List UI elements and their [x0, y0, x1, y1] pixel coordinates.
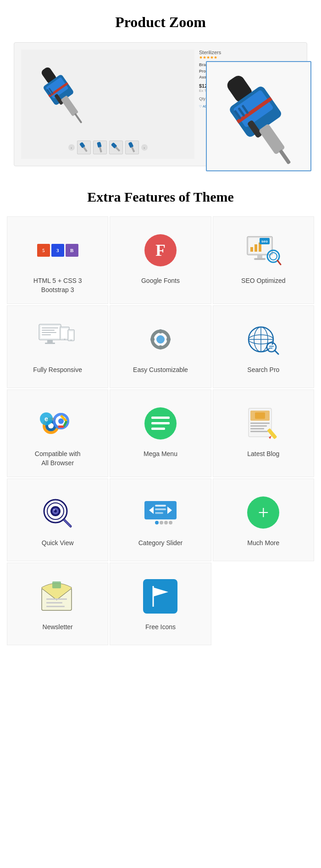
svg-line-72 — [275, 350, 278, 354]
svg-rect-4 — [61, 96, 78, 117]
svg-line-38 — [277, 260, 281, 265]
svg-rect-14 — [115, 147, 120, 152]
feature-category-slider: Category Slider — [110, 479, 211, 561]
mega-menu-icon — [141, 404, 180, 443]
feature-seo-label: SEO Optimized — [241, 276, 285, 286]
svg-rect-89 — [250, 428, 264, 429]
svg-rect-45 — [42, 332, 56, 333]
svg-rect-22 — [279, 149, 291, 164]
free-icons-icon — [141, 577, 180, 616]
svg-rect-55 — [159, 329, 162, 333]
feature-category-slider-label: Category Slider — [138, 539, 183, 548]
product-zoom-section: Product Zoom — [0, 0, 321, 175]
svg-rect-43 — [42, 327, 58, 328]
feature-responsive: Fully Responsive — [7, 305, 108, 388]
feature-search-pro-label: Search Pro — [247, 366, 279, 375]
thumbnail-2[interactable] — [93, 141, 107, 154]
google-fonts-icon: F — [141, 231, 180, 270]
svg-rect-10 — [83, 147, 87, 152]
thumbnail-1[interactable] — [77, 141, 91, 154]
svg-rect-87 — [250, 423, 270, 424]
seo-icon: seo — [244, 231, 283, 270]
svg-point-52 — [71, 339, 72, 340]
svg-rect-51 — [69, 331, 73, 339]
qty-label: Qty — [199, 96, 205, 101]
svg-rect-86 — [255, 412, 265, 419]
mega-menu-circle — [144, 407, 177, 440]
extra-features-title: Extra Features of Theme — [7, 189, 314, 205]
product-image — [26, 54, 99, 137]
feature-mega-menu-label: Mega Menu — [144, 450, 177, 459]
svg-point-54 — [156, 335, 165, 344]
feature-free-icons-label: Free Icons — [145, 623, 176, 632]
feature-newsletter-label: Newsletter — [43, 623, 73, 632]
feature-customizable: Easy Customizable — [110, 305, 211, 388]
feature-latest-blog-label: Latest Blog — [247, 450, 279, 459]
feature-html5: 5 3 B HTML 5 + CSS 3Bootstrap 3 — [7, 216, 108, 304]
html5-badge: 5 — [37, 244, 50, 257]
feature-responsive-label: Fully Responsive — [33, 366, 82, 375]
svg-point-110 — [169, 521, 172, 524]
much-more-icon: + — [244, 493, 283, 532]
svg-rect-106 — [155, 512, 163, 514]
category-slider-icon — [141, 493, 180, 532]
svg-rect-88 — [250, 425, 267, 427]
feature-customizable-label: Easy Customizable — [133, 366, 188, 375]
extra-features-section: Extra Features of Theme 5 3 B HTML 5 + C… — [0, 175, 321, 659]
svg-rect-58 — [166, 338, 171, 341]
svg-point-37 — [270, 253, 277, 260]
svg-rect-90 — [250, 431, 268, 432]
thumbnail-4[interactable] — [125, 141, 139, 154]
svg-rect-112 — [46, 598, 67, 600]
product-stars: ★★★★★ — [199, 55, 300, 60]
bootstrap-badge: B — [66, 244, 78, 257]
svg-rect-41 — [47, 340, 53, 343]
product-name: Sterilizers — [199, 50, 300, 55]
svg-rect-35 — [254, 258, 266, 260]
zoom-popup — [206, 61, 311, 171]
product-thumbnails: ‹ › — [26, 141, 190, 154]
svg-rect-16 — [131, 147, 135, 152]
svg-text:seo: seo — [261, 239, 268, 243]
svg-point-69 — [269, 344, 274, 350]
feature-html5-label: HTML 5 + CSS 3Bootstrap 3 — [33, 276, 82, 294]
thumb-prev[interactable]: ‹ — [68, 144, 75, 151]
thumb-next[interactable]: › — [141, 144, 148, 151]
zoom-demo: ‹ › Sterili — [14, 42, 307, 166]
product-zoom-title: Product Zoom — [9, 14, 312, 31]
google-f-circle: F — [144, 234, 177, 266]
svg-point-108 — [160, 521, 163, 524]
quick-view-icon — [38, 493, 77, 532]
svg-rect-5 — [74, 113, 83, 124]
thumbnail-3[interactable] — [109, 141, 123, 154]
svg-rect-57 — [150, 338, 155, 341]
svg-rect-46 — [42, 334, 51, 335]
svg-rect-34 — [257, 255, 262, 259]
responsive-icon — [38, 320, 77, 359]
svg-rect-105 — [155, 508, 166, 510]
svg-rect-42 — [45, 343, 55, 344]
latest-blog-icon — [244, 404, 283, 443]
feature-mega-menu: Mega Menu — [110, 389, 211, 477]
feature-google-fonts-label: Google Fonts — [141, 276, 180, 286]
gear-icon — [141, 320, 180, 359]
svg-point-49 — [64, 338, 66, 340]
browser-icon: e — [38, 404, 77, 443]
svg-text:e: e — [44, 415, 48, 423]
svg-point-78 — [58, 418, 64, 424]
feature-newsletter: Newsletter — [7, 563, 108, 645]
svg-rect-114 — [46, 606, 65, 607]
html5-css3-bootstrap-icon: 5 3 B — [38, 231, 77, 270]
svg-line-100 — [64, 520, 71, 526]
feature-search-pro: Search Pro — [213, 305, 314, 388]
feature-free-icons: Free Icons — [110, 563, 211, 645]
feature-browser-label: Compatible withAll Browser — [35, 450, 81, 468]
feature-browser: e Compatible withAll Browser — [7, 389, 108, 477]
svg-rect-104 — [155, 505, 166, 507]
much-more-circle: + — [247, 496, 279, 529]
svg-rect-44 — [42, 330, 55, 331]
svg-rect-113 — [46, 602, 62, 603]
feature-seo: seo SEO Optimized — [213, 216, 314, 304]
product-main-area: ‹ › — [21, 50, 194, 159]
feature-much-more: + Much More — [213, 479, 314, 561]
